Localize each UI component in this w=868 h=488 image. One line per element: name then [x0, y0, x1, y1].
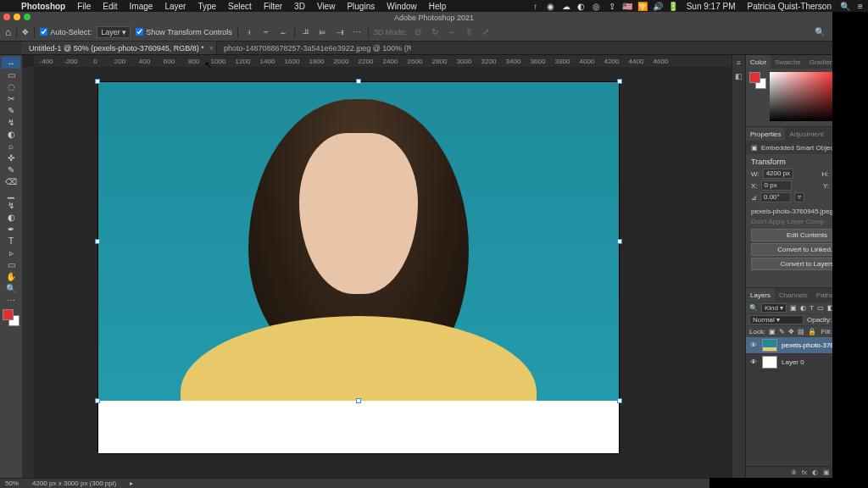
status-arrow-icon[interactable]: ▸ [130, 480, 133, 487]
status-icon[interactable]: 🇺🇸 [620, 2, 635, 11]
auto-select-checkbox[interactable]: Auto-Select: [40, 28, 92, 36]
vertical-ruler[interactable] [22, 67, 34, 478]
smart-object-image[interactable] [98, 82, 619, 401]
panel-icon[interactable]: ≡ [737, 58, 741, 67]
eyedropper-tool[interactable]: ↯ [2, 116, 20, 128]
tab-layers[interactable]: Layers [746, 288, 775, 302]
transform-handle[interactable] [617, 239, 622, 244]
transform-handle[interactable] [95, 398, 100, 403]
color-panel-swatch[interactable] [749, 72, 766, 89]
frame-tool[interactable]: ✎ [2, 104, 20, 116]
color-swatches[interactable] [3, 309, 19, 326]
angle-field[interactable]: 0.00° [760, 192, 791, 202]
tab-swatches[interactable]: Swatche [771, 55, 805, 69]
menubar-clock[interactable]: Sun 9:17 PM [681, 2, 742, 11]
lock-icon[interactable]: ▤ [798, 328, 804, 336]
horizontal-ruler[interactable]: -400-20002004006008001000120014001600180… [34, 55, 732, 67]
status-icon[interactable]: ◐ [574, 2, 589, 11]
filter-type-icon[interactable]: ◐ [800, 304, 806, 312]
show-transform-checkbox[interactable]: Show Transform Controls [136, 28, 232, 36]
crop-tool[interactable]: ✂ [2, 92, 20, 104]
status-icon[interactable]: ◎ [589, 2, 604, 11]
align-left-icon[interactable]: ⫞ [243, 26, 255, 38]
marquee-tool[interactable]: ▭ [2, 69, 20, 80]
transform-handle[interactable] [95, 79, 100, 84]
battery-icon[interactable]: 🔋 [665, 2, 681, 11]
filter-type-icon[interactable]: T [810, 304, 814, 312]
menu-window[interactable]: Window [381, 2, 423, 11]
visibility-toggle[interactable]: 👁 [749, 341, 758, 349]
shape-tool[interactable]: ▭ [2, 258, 20, 270]
menu-type[interactable]: Type [192, 2, 222, 11]
filter-icon[interactable]: 🔍 [749, 304, 758, 312]
pen-tool[interactable]: ✒ [2, 223, 20, 235]
panel-icon[interactable]: ◧ [735, 72, 743, 80]
align-top-icon[interactable]: ⫡ [300, 26, 312, 38]
align-middle-icon[interactable]: ⫢ [317, 26, 329, 38]
menu-help[interactable]: Help [423, 2, 453, 11]
foreground-color[interactable] [3, 309, 14, 320]
lasso-tool[interactable]: ◌ [2, 80, 20, 92]
menu-edit[interactable]: Edit [97, 2, 123, 11]
lock-icon[interactable]: ✎ [779, 328, 785, 336]
menu-select[interactable]: Select [222, 2, 258, 11]
eraser-tool[interactable]: ⌫ [2, 175, 20, 187]
fx-icon[interactable]: fx [802, 469, 807, 476]
filter-type-icon[interactable]: ▭ [817, 304, 824, 312]
distribute-icon[interactable]: ⋯ [351, 26, 363, 38]
layer-thumbnail[interactable] [762, 339, 777, 352]
visibility-toggle[interactable]: 👁 [749, 358, 758, 366]
auto-select-target[interactable]: Layer ▾ [97, 26, 131, 38]
menu-layer[interactable]: Layer [159, 2, 192, 11]
mask-icon[interactable]: ◐ [812, 469, 818, 476]
status-icon[interactable]: ☁ [559, 2, 574, 11]
menu-view[interactable]: View [311, 2, 342, 11]
close-tab-icon[interactable]: × [209, 44, 214, 53]
healing-tool[interactable]: ◐ [2, 128, 20, 140]
move-tool[interactable]: ↔ [2, 57, 20, 69]
type-tool[interactable]: T [2, 235, 20, 247]
transform-handle[interactable] [617, 79, 622, 84]
edit-toolbar[interactable]: ⋯ [2, 294, 20, 306]
transform-handle[interactable] [617, 398, 622, 403]
zoom-tool[interactable]: 🔍 [2, 282, 20, 294]
link-layers-icon[interactable]: ⊕ [791, 469, 797, 476]
clone-tool[interactable]: ✜ [2, 152, 20, 164]
status-icon[interactable]: ⇪ [604, 2, 620, 11]
blend-mode[interactable]: Normal ▾ [749, 315, 804, 324]
minimize-window[interactable] [14, 14, 20, 20]
transform-section[interactable]: Transform [751, 158, 786, 166]
spotlight-icon[interactable]: 🔍 [837, 2, 853, 11]
blur-tool[interactable]: ↯ [2, 199, 20, 211]
menubar-extra[interactable]: ≡ [853, 2, 868, 11]
align-bottom-icon[interactable]: ⫣ [334, 26, 346, 38]
menu-image[interactable]: Image [124, 2, 159, 11]
hand-tool[interactable]: ✋ [2, 270, 20, 282]
tab-channels[interactable]: Channels [775, 288, 812, 302]
menubar-user[interactable]: Patricia Quist-Therson [742, 2, 837, 11]
wifi-icon[interactable]: 🛜 [635, 2, 650, 11]
document-tab[interactable]: photo-1487088678257-3a541e6e3922.jpeg @ … [217, 42, 412, 54]
status-icon[interactable]: ↑ [528, 2, 543, 11]
document-canvas[interactable]: ↖ [34, 67, 732, 478]
dodge-tool[interactable]: ◐ [2, 211, 20, 223]
search-button[interactable]: 🔍 [814, 26, 826, 38]
menu-filter[interactable]: Filter [258, 2, 288, 11]
transform-handle[interactable] [95, 239, 100, 244]
status-icon[interactable]: ◉ [543, 2, 559, 11]
layer-name[interactable]: Layer 0 [782, 358, 804, 366]
align-center-icon[interactable]: ⫟ [260, 26, 272, 38]
adjustment-icon[interactable]: ▣ [823, 469, 830, 476]
home-button[interactable]: ⌂ [5, 26, 11, 38]
zoom-level[interactable]: 50% [5, 480, 19, 487]
path-tool[interactable]: ▹ [2, 247, 20, 258]
history-brush-tool[interactable]: ✎ [2, 164, 20, 175]
document-info[interactable]: 4200 px x 3000 px (300 ppi) [32, 480, 116, 487]
tab-adjustments[interactable]: Adjustment [785, 127, 827, 141]
tab-color[interactable]: Color [746, 55, 771, 69]
transform-handle[interactable] [356, 398, 361, 403]
align-right-icon[interactable]: ⫠ [277, 26, 289, 38]
document-tab[interactable]: Untitled-1 @ 50% (pexels-photo-3760945, … [22, 42, 217, 54]
layer-thumbnail[interactable] [762, 356, 777, 369]
width-field[interactable]: 4200 px [763, 169, 793, 179]
